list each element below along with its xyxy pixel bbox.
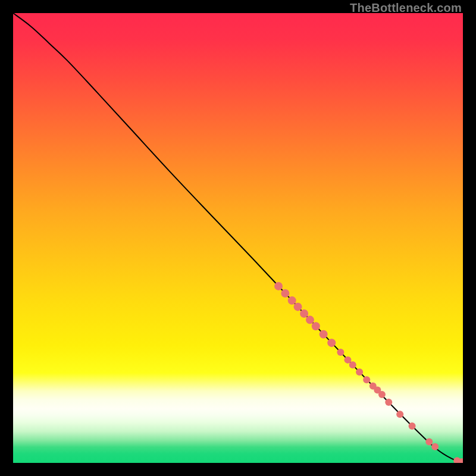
data-point bbox=[274, 282, 283, 290]
data-point bbox=[312, 322, 320, 330]
chart-canvas bbox=[13, 13, 463, 463]
data-point bbox=[306, 316, 314, 324]
data-point bbox=[337, 349, 344, 356]
data-point bbox=[431, 443, 439, 450]
chart-frame bbox=[13, 13, 463, 463]
data-point bbox=[288, 296, 296, 305]
data-point bbox=[327, 339, 336, 347]
data-point bbox=[281, 289, 289, 298]
gradient-background bbox=[13, 13, 463, 463]
data-point bbox=[385, 399, 392, 406]
data-point bbox=[300, 309, 308, 318]
data-point bbox=[294, 303, 302, 311]
data-point bbox=[409, 422, 416, 430]
data-point bbox=[378, 391, 386, 398]
data-point bbox=[349, 361, 356, 368]
data-point bbox=[320, 330, 328, 339]
data-point bbox=[425, 438, 433, 445]
data-point bbox=[396, 411, 403, 418]
data-point bbox=[356, 368, 363, 375]
data-point bbox=[363, 376, 370, 383]
watermark-text: TheBottleneck.com bbox=[350, 1, 462, 15]
